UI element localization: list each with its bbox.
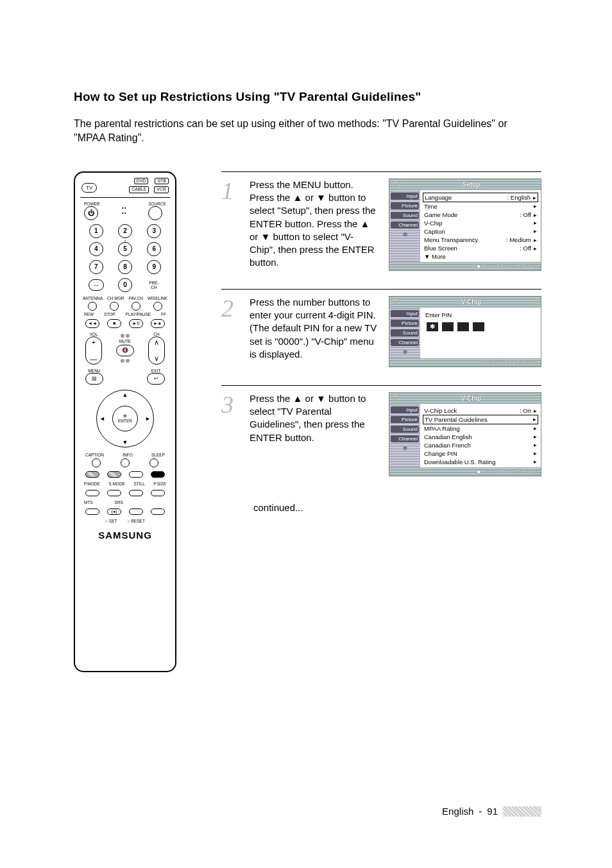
osd-vchip-screenshot: TV V-Chip Input Picture Sound Channel ⚙ <box>389 392 541 476</box>
side-setup-icon: ⚙ <box>391 349 419 356</box>
caption-button <box>92 458 101 467</box>
num-1-button: 1 <box>89 224 103 238</box>
page-footer: English - 91 <box>442 806 541 817</box>
extra-button-1 <box>129 508 143 515</box>
source-label: SOURCE <box>148 202 166 206</box>
footer-decoration <box>503 806 541 817</box>
antenna-label: ANTENNA <box>83 296 103 300</box>
info-label: INFO <box>123 453 133 457</box>
favch-label: FAV.CH <box>128 296 142 300</box>
prech-label: PRE-CH <box>146 281 162 290</box>
page: How to Set up Restrictions Using "TV Par… <box>0 0 612 868</box>
red-button <box>85 471 99 478</box>
osd-header-left: TV <box>393 395 402 402</box>
dvd-button: DVD <box>134 178 149 184</box>
exit-button: ↩ <box>147 373 165 385</box>
power-label: POWER <box>84 202 100 206</box>
set-label: ○ SET <box>105 519 117 523</box>
osd-header-left: TV <box>393 299 402 306</box>
pin-digit-1: ✱ <box>427 322 438 331</box>
channel-rocker: ∧∨ <box>148 336 165 365</box>
pin-digit-2 <box>442 322 454 331</box>
footer-page-number: 91 <box>487 806 498 817</box>
ir-dots-icon: ∘∘∘∘ <box>121 205 126 216</box>
step-number: 3 <box>221 392 241 476</box>
tv-button: TV <box>81 183 97 193</box>
pin-digit-3 <box>457 322 469 331</box>
side-setup-icon: ⚙ <box>391 445 419 452</box>
steps-column: 1 Press the MENU button. Press the ▲ or … <box>221 171 541 672</box>
num-7-button: 7 <box>89 260 103 274</box>
osd-row-more: ▼ More <box>423 252 538 261</box>
down-arrow-icon: ▼ <box>123 439 128 446</box>
osd-header-left: TV <box>393 181 402 188</box>
osd-row-changepin: Change PIN▸ <box>423 449 538 458</box>
psize-button <box>151 490 165 496</box>
osd-row-mpaa: MPAA Rating▸ <box>423 424 538 433</box>
osd-row-language: Language: English▸ <box>423 193 538 202</box>
osd-row-vchip: V-Chip▸ <box>423 219 538 227</box>
osd-row-canadian-english: Canadian English▸ <box>423 433 538 441</box>
sleep-label: SLEEP <box>151 453 165 457</box>
mts-label: MTS <box>84 500 93 505</box>
led-icon <box>126 334 130 338</box>
step-3: 3 Press the ▲ or ▼ button to select "TV … <box>221 385 541 476</box>
still-label: STILL <box>133 482 144 486</box>
step-1: 1 Press the MENU button. Press the ▲ or … <box>221 171 541 271</box>
ff-label: FF <box>161 312 166 317</box>
page-title: How to Set up Restrictions Using "TV Par… <box>74 90 541 104</box>
num-0-button: 0 <box>118 278 132 292</box>
srs-button: (●) <box>107 508 121 515</box>
favch-button <box>132 302 140 311</box>
vcr-button: VCR <box>154 186 169 193</box>
side-picture: Picture <box>391 202 419 209</box>
num-8-button: 8 <box>118 260 132 274</box>
osd-row-menutransparency: Menu Transparency: Medium▸ <box>423 236 538 244</box>
num-5-button: •5 <box>118 242 132 256</box>
osd-title: V-Chip <box>405 299 537 306</box>
osd-footer: ◆ Move ⊕ Enter ⟲ Return <box>389 262 541 270</box>
continued-text: continued... <box>253 502 541 513</box>
side-channel: Channel <box>391 339 419 346</box>
stb-button: STB <box>155 178 169 184</box>
side-channel: Channel <box>391 221 419 229</box>
dash-button: — <box>89 279 104 291</box>
osd-pin-screenshot: TV V-Chip Input Picture Sound Channel ⚙ <box>389 296 541 367</box>
step-number: 1 <box>221 178 241 271</box>
step-text: Press the MENU button. Press the ▲ or ▼ … <box>250 178 378 271</box>
step-number: 2 <box>221 296 241 367</box>
wiselink-button <box>153 302 162 311</box>
remote-body: TV DVD STB CABLE VCR <box>74 171 176 672</box>
osd-row-canadian-french: Canadian French▸ <box>423 441 538 449</box>
chmgr-button <box>110 302 119 311</box>
info-button <box>121 458 130 467</box>
enter-button: ⊕ ENTER <box>112 406 138 431</box>
pmode-button <box>85 490 99 496</box>
osd-row-time: Time▸ <box>423 202 538 211</box>
pin-digit-4 <box>473 322 484 331</box>
play-button: ►II <box>129 319 143 328</box>
smode-label: S.MODE <box>108 482 125 486</box>
mute-button: 🔇 <box>116 345 134 356</box>
num-4-button: 4 <box>89 242 103 256</box>
exit-label: EXIT <box>147 369 165 373</box>
stop-button: ■ <box>107 319 121 328</box>
menu-label: MENU <box>85 369 103 373</box>
side-input: Input <box>391 310 419 317</box>
num-9-button: 9 <box>147 260 161 274</box>
osd-row-bluescreen: Blue Screen: Off▸ <box>423 244 538 252</box>
brand-logo: SAMSUNG <box>81 530 169 541</box>
playpause-label: PLAY/PAUSE <box>126 312 151 317</box>
left-arrow-icon: ◄ <box>99 415 105 422</box>
footer-sep: - <box>479 806 482 817</box>
sleep-button <box>149 458 158 467</box>
osd-row-vchiplock: V-Chip Lock: On▸ <box>423 406 538 415</box>
led-icon <box>121 334 124 338</box>
yellow-button <box>129 471 143 478</box>
footer-language: English <box>442 806 473 817</box>
side-input: Input <box>391 193 419 200</box>
side-picture: Picture <box>391 416 419 423</box>
remote-control-figure: TV DVD STB CABLE VCR <box>74 171 176 672</box>
ff-button: ►► <box>151 319 165 328</box>
ch-label: CH <box>148 332 165 336</box>
